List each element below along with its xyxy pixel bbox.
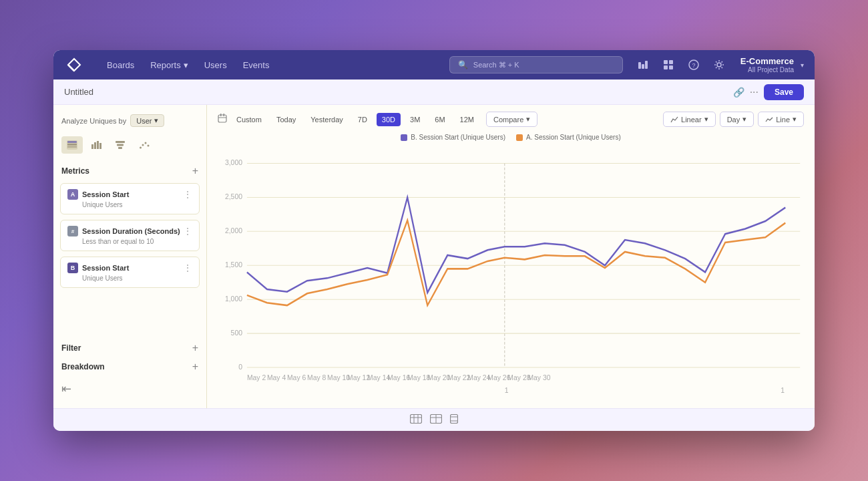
time-custom-btn[interactable]: Custom bbox=[231, 113, 267, 126]
svg-text:May 24: May 24 bbox=[467, 373, 490, 382]
svg-text:?: ? bbox=[692, 62, 695, 69]
metric-b-header: B Session Start ⋮ bbox=[67, 263, 192, 273]
svg-rect-18 bbox=[116, 141, 125, 143]
linear-view-btn[interactable]: Linear ▾ bbox=[663, 112, 716, 127]
line-view-btn[interactable]: Line ▾ bbox=[758, 112, 804, 127]
sub-actions: 🔗 ··· Save bbox=[733, 84, 804, 100]
chart-area: Custom Today Yesterday 7D 30D 3M 6M 12M … bbox=[207, 105, 815, 408]
svg-rect-67 bbox=[451, 415, 458, 424]
nav-items: Boards Reports ▾ Users Events bbox=[100, 56, 449, 74]
chart-type-row bbox=[53, 134, 206, 156]
search-bar[interactable]: 🔍 Search ⌘ + K bbox=[449, 56, 623, 73]
page-title: Untitled bbox=[64, 87, 733, 97]
analytics-icon-btn[interactable] bbox=[634, 55, 652, 74]
sub-header: Untitled 🔗 ··· Save bbox=[53, 79, 815, 105]
svg-rect-3 bbox=[664, 60, 668, 64]
link-icon[interactable]: 🔗 bbox=[733, 87, 744, 98]
breakdown-section-header: Breakdown + bbox=[53, 357, 206, 376]
svg-text:May 26: May 26 bbox=[487, 373, 510, 382]
svg-text:May 2: May 2 bbox=[247, 373, 266, 382]
metric-b-badge: B bbox=[67, 263, 78, 273]
chart-type-funnel[interactable] bbox=[110, 136, 131, 154]
svg-rect-14 bbox=[91, 144, 93, 149]
svg-rect-13 bbox=[67, 146, 77, 148]
layout-split-icon[interactable] bbox=[430, 414, 442, 426]
more-options-btn[interactable]: ··· bbox=[750, 86, 758, 98]
time-7d-btn[interactable]: 7D bbox=[353, 113, 373, 126]
svg-text:May 6: May 6 bbox=[287, 373, 306, 382]
metric-item-b: B Session Start ⋮ Unique Users bbox=[60, 257, 200, 288]
chart-type-table[interactable] bbox=[61, 136, 83, 154]
dropdown-chevron-icon: ▾ bbox=[154, 116, 158, 125]
metrics-section-header: Metrics + bbox=[53, 162, 206, 180]
time-30d-btn[interactable]: 30D bbox=[377, 113, 401, 126]
metric-hash-header: # Session Duration (Seconds) ⋮ bbox=[67, 226, 192, 236]
svg-text:May 30: May 30 bbox=[527, 373, 550, 382]
svg-text:2,000: 2,000 bbox=[225, 226, 242, 234]
svg-rect-2 bbox=[645, 61, 648, 69]
svg-rect-6 bbox=[669, 65, 673, 69]
project-selector[interactable]: E-Commerce All Project Data ▾ bbox=[735, 56, 804, 73]
layout-table-icon[interactable] bbox=[410, 414, 422, 426]
nav-events[interactable]: Events bbox=[236, 56, 276, 74]
analyze-row: Analyze Uniques by User ▾ bbox=[53, 112, 206, 130]
svg-text:May 12: May 12 bbox=[347, 373, 370, 382]
collapse-panel-btn[interactable]: ⇤ bbox=[61, 382, 71, 395]
day-view-btn[interactable]: Day ▾ bbox=[720, 112, 754, 127]
time-6m-btn[interactable]: 6M bbox=[429, 113, 450, 126]
time-yesterday-btn[interactable]: Yesterday bbox=[305, 113, 349, 126]
svg-rect-19 bbox=[117, 144, 124, 146]
metric-a-badge: A bbox=[67, 189, 78, 200]
svg-point-21 bbox=[140, 147, 142, 149]
main-content: Analyze Uniques by User ▾ bbox=[53, 105, 815, 408]
legend-a: A. Session Start (Unique Users) bbox=[516, 134, 621, 141]
svg-rect-4 bbox=[669, 60, 673, 64]
nav-boards[interactable]: Boards bbox=[100, 56, 141, 74]
svg-rect-12 bbox=[67, 144, 77, 146]
time-3m-btn[interactable]: 3M bbox=[405, 113, 425, 126]
chart-type-dots[interactable] bbox=[134, 136, 155, 154]
metric-hash-more-btn[interactable]: ⋮ bbox=[183, 226, 192, 236]
chart-type-bar[interactable] bbox=[85, 136, 107, 154]
chart-legend: B. Session Start (Unique Users) A. Sessi… bbox=[218, 134, 804, 141]
compare-chevron-icon: ▾ bbox=[526, 115, 530, 124]
time-12m-btn[interactable]: 12M bbox=[455, 113, 479, 126]
metric-a-header: A Session Start ⋮ bbox=[67, 189, 192, 200]
nav-right: ? E-Commerce All Project Data ▾ bbox=[634, 55, 804, 74]
save-button[interactable]: Save bbox=[764, 84, 804, 100]
add-breakdown-btn[interactable]: + bbox=[192, 361, 198, 372]
linear-chevron-icon: ▾ bbox=[704, 115, 708, 124]
filter-section-header: Filter + bbox=[53, 339, 206, 357]
metric-b-more-btn[interactable]: ⋮ bbox=[183, 263, 192, 273]
analyze-dropdown[interactable]: User ▾ bbox=[130, 114, 164, 127]
help-icon-btn[interactable]: ? bbox=[684, 55, 703, 74]
nav-reports[interactable]: Reports ▾ bbox=[144, 56, 195, 74]
add-filter-btn[interactable]: + bbox=[192, 343, 198, 353]
svg-point-9 bbox=[717, 63, 721, 67]
project-chevron-icon: ▾ bbox=[801, 61, 804, 69]
svg-text:3,000: 3,000 bbox=[225, 158, 242, 167]
chevron-down-icon: ▾ bbox=[184, 60, 188, 70]
day-chevron-icon: ▾ bbox=[742, 115, 746, 124]
logo[interactable] bbox=[64, 55, 84, 75]
svg-text:May 28: May 28 bbox=[507, 373, 530, 382]
line-chevron-icon: ▾ bbox=[793, 115, 797, 124]
grid-icon-btn[interactable] bbox=[659, 55, 678, 74]
svg-text:500: 500 bbox=[231, 328, 242, 337]
metric-a-more-btn[interactable]: ⋮ bbox=[183, 189, 192, 200]
settings-icon-btn[interactable] bbox=[710, 55, 728, 74]
svg-rect-0 bbox=[638, 62, 641, 69]
nav-users[interactable]: Users bbox=[198, 56, 234, 74]
svg-text:1,000: 1,000 bbox=[225, 294, 242, 303]
top-navigation: Boards Reports ▾ Users Events 🔍 Search ⌘… bbox=[53, 50, 815, 79]
svg-point-22 bbox=[142, 144, 144, 146]
svg-text:2,500: 2,500 bbox=[225, 192, 242, 200]
svg-text:May 16: May 16 bbox=[387, 373, 410, 382]
add-metric-btn[interactable]: + bbox=[192, 166, 198, 176]
layout-mobile-icon[interactable] bbox=[450, 414, 458, 426]
time-today-btn[interactable]: Today bbox=[271, 113, 301, 126]
svg-text:May 22: May 22 bbox=[447, 373, 470, 382]
chart-container: .axis-text { font-size: 9px; fill: #aaa;… bbox=[218, 146, 804, 402]
compare-btn[interactable]: Compare ▾ bbox=[486, 112, 537, 127]
legend-b: B. Session Start (Unique Users) bbox=[401, 134, 505, 141]
